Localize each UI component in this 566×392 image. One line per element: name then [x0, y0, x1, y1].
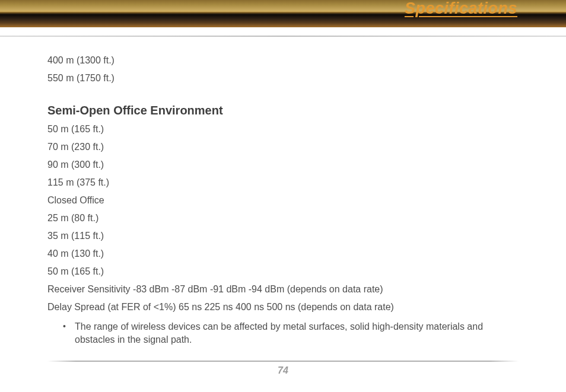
spec-value: 35 m (115 ft.)	[47, 231, 519, 241]
spec-value: 25 m (80 ft.)	[47, 213, 519, 223]
bullet-item: • The range of wireless devices can be a…	[47, 320, 519, 346]
spec-value: 70 m (230 ft.)	[47, 142, 519, 152]
spec-value: 115 m (375 ft.)	[47, 178, 519, 187]
spec-label: Closed Office	[47, 196, 519, 205]
header-strip: Specifications	[0, 0, 566, 27]
content-area: 400 m (1300 ft.) 550 m (1750 ft.) Semi-O…	[0, 37, 566, 346]
spec-value: 90 m (300 ft.)	[47, 160, 519, 170]
spec-value: 40 m (130 ft.)	[47, 249, 519, 259]
spec-line: Receiver Sensitivity -83 dBm -87 dBm -91…	[47, 285, 519, 294]
bullet-dot-icon: •	[63, 320, 71, 332]
spec-value: 550 m (1750 ft.)	[47, 74, 519, 83]
page-title: Specifications	[405, 0, 517, 17]
section-heading: Semi-Open Office Environment	[47, 104, 519, 116]
spec-value: 400 m (1300 ft.)	[47, 56, 519, 65]
spec-line: Delay Spread (at FER of <1%) 65 ns 225 n…	[47, 302, 519, 312]
spec-value: 50 m (165 ft.)	[47, 267, 519, 276]
page-number: 74	[0, 365, 566, 376]
bullet-text: The range of wireless devices can be aff…	[71, 320, 519, 346]
spec-value: 50 m (165 ft.)	[47, 125, 519, 134]
footer-divider	[47, 361, 519, 362]
